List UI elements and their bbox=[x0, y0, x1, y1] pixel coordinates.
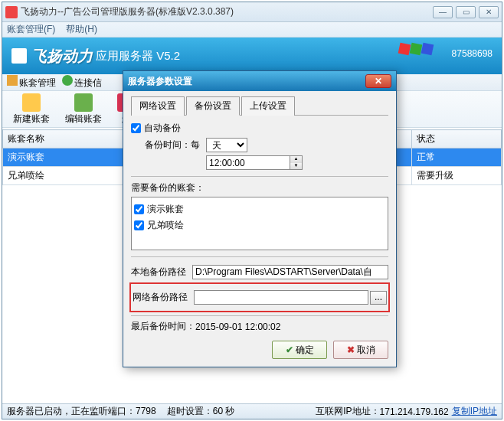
list-item: 演示账套 bbox=[134, 203, 385, 216]
local-path-input[interactable] bbox=[192, 265, 388, 279]
cancel-button[interactable]: ✖取消 bbox=[333, 341, 388, 359]
brand-icon bbox=[11, 48, 27, 64]
check-icon bbox=[62, 75, 73, 86]
phone-number: 87588698 bbox=[452, 48, 493, 59]
menu-help[interactable]: 帮助(H) bbox=[66, 23, 97, 36]
copy-ip-link[interactable]: 复制IP地址 bbox=[452, 405, 497, 418]
autobackup-checkbox[interactable] bbox=[131, 123, 141, 133]
status-ip-label: 互联网IP地址： bbox=[316, 405, 379, 418]
menubar: 账套管理(F) 帮助(H) bbox=[2, 22, 502, 38]
account-checkbox[interactable] bbox=[134, 204, 144, 214]
period-select[interactable]: 天 bbox=[206, 138, 247, 152]
local-path-label: 本地备份路径 bbox=[131, 266, 192, 279]
backup-time-label: 备份时间：每 bbox=[145, 139, 206, 152]
brand-text: 飞扬动力 bbox=[31, 46, 93, 67]
edit-account-button[interactable]: 编辑账套 bbox=[61, 92, 106, 127]
status-ip: 171.214.179.162 bbox=[380, 406, 449, 417]
status-listen: 服务器已启动，正在监听端口：7798 bbox=[7, 405, 156, 418]
dialog-titlebar: 服务器参数设置 ✕ bbox=[123, 71, 396, 91]
net-path-input[interactable] bbox=[194, 290, 368, 305]
minimize-button[interactable]: — bbox=[433, 6, 453, 18]
tab-accounts[interactable]: 账套管理 bbox=[7, 75, 56, 90]
tab-upload[interactable]: 上传设置 bbox=[241, 96, 295, 116]
close-button[interactable]: ✕ bbox=[479, 6, 499, 18]
col-status[interactable]: 状态 bbox=[411, 130, 501, 148]
app-icon bbox=[5, 6, 18, 18]
accounts-listbox[interactable]: 演示账套 兄弟喷绘 bbox=[131, 197, 388, 250]
edit-icon bbox=[74, 93, 93, 112]
banner: 飞扬动力 应用服务器 V5.2 87588698 bbox=[2, 38, 502, 74]
dialog-title: 服务器参数设置 bbox=[128, 75, 365, 88]
maximize-button[interactable]: ▭ bbox=[456, 6, 476, 18]
server-settings-dialog: 服务器参数设置 ✕ 网络设置 备份设置 上传设置 自动备份 备份时间：每 天 ▲… bbox=[123, 70, 397, 367]
net-path-label: 网络备份路径 bbox=[133, 291, 194, 304]
list-item: 兄弟喷绘 bbox=[134, 219, 385, 232]
last-backup-value: 2015-09-01 12:00:02 bbox=[195, 321, 280, 332]
new-icon bbox=[22, 93, 41, 112]
tab-backup[interactable]: 备份设置 bbox=[186, 96, 240, 116]
tab-network[interactable]: 网络设置 bbox=[131, 96, 185, 116]
accounts-to-backup-label: 需要备份的账套： bbox=[131, 182, 205, 193]
brand-suffix: 应用服务器 V5.2 bbox=[96, 49, 180, 64]
close-icon: ✖ bbox=[347, 344, 355, 355]
folder-icon bbox=[7, 75, 18, 86]
tab-connections[interactable]: 连接信 bbox=[62, 75, 102, 90]
dialog-close-button[interactable]: ✕ bbox=[365, 74, 391, 88]
time-spinner[interactable]: ▲▼ bbox=[290, 155, 303, 170]
backup-time-input[interactable] bbox=[206, 155, 290, 170]
browse-button[interactable]: ... bbox=[370, 291, 387, 305]
last-backup-label: 最后备份时间： bbox=[131, 320, 195, 333]
status-timeout: 超时设置：60 秒 bbox=[167, 405, 235, 418]
new-account-button[interactable]: 新建账套 bbox=[8, 92, 54, 127]
autobackup-label: 自动备份 bbox=[144, 122, 181, 135]
account-checkbox[interactable] bbox=[134, 220, 144, 230]
dialog-tabs: 网络设置 备份设置 上传设置 bbox=[131, 96, 388, 116]
cubes-icon bbox=[399, 44, 433, 54]
ok-button[interactable]: ✔确定 bbox=[272, 341, 327, 359]
statusbar: 服务器已启动，正在监听端口：7798 超时设置：60 秒 互联网IP地址： 17… bbox=[2, 403, 502, 419]
menu-accounts[interactable]: 账套管理(F) bbox=[7, 23, 55, 36]
window-title: 飞扬动力--广告公司管理版服务器(标准版V2.3.0.387) bbox=[21, 5, 433, 18]
titlebar: 飞扬动力--广告公司管理版服务器(标准版V2.3.0.387) — ▭ ✕ bbox=[2, 2, 502, 22]
check-icon: ✔ bbox=[286, 344, 293, 355]
highlight-box: 网络备份路径 ... bbox=[129, 282, 390, 312]
